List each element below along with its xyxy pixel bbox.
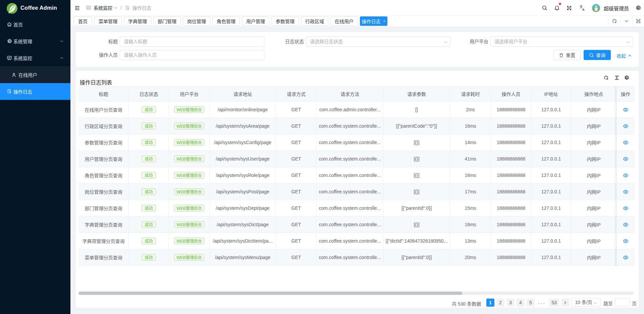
svg-text:A: A [582,8,585,11]
